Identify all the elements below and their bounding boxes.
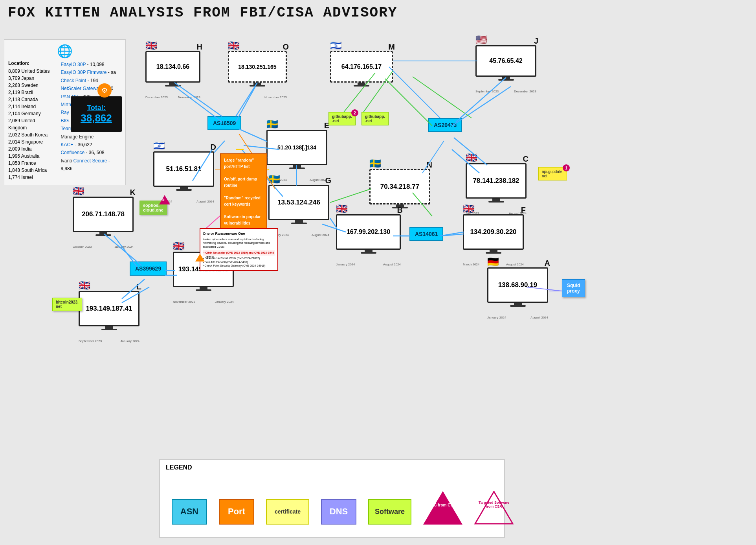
ip-H: 18.134.0.66 [147, 52, 199, 81]
sophos-node: sophos.cloud.one 5 [139, 201, 167, 215]
date-J-left: September 2023 [475, 90, 499, 93]
svg-line-7 [440, 232, 464, 236]
port-action-2: On/off, port dump routine [224, 176, 263, 189]
date-H-left: December 2023 [145, 96, 168, 99]
legend-asn-box: ASN [172, 499, 207, 525]
flag-F: 🇬🇧 [463, 203, 475, 214]
svg-line-38 [104, 234, 141, 265]
flag-B: 🇬🇧 [336, 203, 348, 214]
flag-O: 🇬🇧 [228, 40, 240, 51]
date-G-right: August 2024 [312, 233, 329, 237]
total-value: 38,862 [81, 112, 112, 124]
node-O: 🇬🇧 O 18.130.251.165 November 2023 [228, 51, 287, 87]
netscaler-link[interactable]: NetScaler Gateway [61, 86, 101, 91]
ip-F: 134.209.30.220 [464, 215, 523, 249]
legend-software-box: Software [368, 499, 411, 525]
flag-L: 🇬🇧 [79, 280, 90, 291]
date-L-right: January 2024 [121, 339, 139, 343]
flag-K: 🇬🇧 [73, 186, 84, 197]
asn-399629: AS399629 [130, 261, 167, 276]
github-dns-1: githubapp..net 2 [328, 112, 356, 125]
flag-E: 🇸🇪 [266, 119, 278, 130]
flag-H: 🇬🇧 [145, 40, 157, 51]
api-gupdate: api.gupdate.net 1 [538, 167, 567, 180]
squid-proxy: Squidproxy [562, 279, 585, 297]
legend-port: Port [219, 499, 254, 525]
node-F: 🇬🇧 F 134.209.30.220 March 2024 August 20… [463, 214, 524, 254]
ip-J: 45.76.65.42 [477, 46, 535, 75]
node-E: 🇸🇪 E 51.20.138[.]134 February 2024 Augus… [266, 130, 327, 169]
port-action-3: "Random" recycled cert keywords [224, 195, 263, 208]
port-actions-box: Large "random" port/HTTP list On/off, po… [220, 153, 267, 230]
checkpoint-link[interactable]: Check Point [61, 78, 86, 83]
svg-line-26 [239, 129, 267, 142]
date-E-right: August 2024 [310, 178, 327, 182]
ioc-label: IOC from CSA [427, 503, 459, 508]
letter-M: M [388, 42, 395, 52]
ip-B: 167.99.202.130 [337, 215, 400, 249]
targeted-label: Targeted Software from CSA [478, 501, 510, 509]
flag-J: 🇺🇸 [475, 34, 487, 45]
legend: LEGEND ASN Port certificate DNS Software… [159, 459, 505, 538]
github-text-1: githubapp..net [332, 114, 352, 123]
country-counts: 8,809 United States 3,709 Japan 2,268 Sw… [8, 68, 53, 181]
node-M: 🇮🇱 M 64.176.165.17 [330, 51, 393, 87]
svg-line-24 [236, 83, 257, 116]
flag-G: 🇸🇪 [268, 174, 280, 185]
bitcoin-text: bitcoin2023.net [56, 300, 79, 309]
legend-ioc: IOC from CSA [423, 491, 462, 525]
ip-M: 64.176.165.17 [331, 52, 392, 81]
date-K-left: October 2023 [73, 245, 92, 249]
ip-C: 78.141.238.182 [467, 164, 525, 197]
ip-A: 138.68.90.19 [488, 269, 547, 302]
date-A-right: August 2024 [530, 316, 548, 319]
legend-dns-box: DNS [321, 499, 356, 525]
date-F-right: August 2024 [506, 263, 524, 266]
flag-N: 🇸🇪 [369, 158, 381, 169]
date-B-left: January 2024 [336, 263, 355, 266]
node-D: 🇮🇱 D 51.16.51.81 January 2024 August 202… [153, 151, 214, 191]
letter-G: G [325, 176, 331, 185]
ip-N: 70.34.218.77 [371, 170, 429, 203]
easyio-link[interactable]: EasyIO 30P [61, 62, 86, 67]
node-G: 🇸🇪 G 13.53.124.246 February 2024 August … [268, 185, 329, 224]
letter-H: H [197, 42, 202, 52]
svg-line-23 [174, 83, 222, 116]
legend-asn: ASN [172, 499, 207, 525]
confluence-link[interactable]: Confluence [61, 150, 84, 155]
ip-K: 206.71.148.78 [74, 198, 132, 231]
legend-targeted: Targeted Software from CSA [474, 491, 514, 525]
letter-N: N [427, 160, 432, 169]
kace-link[interactable]: KACE [61, 142, 73, 147]
svg-line-42 [330, 189, 371, 203]
asn-16509: AS16509 [207, 116, 241, 130]
svg-line-33 [456, 77, 506, 122]
asn-20473: AS20473 [428, 118, 462, 132]
connect-secure-link[interactable]: Connect Secure [73, 158, 107, 164]
ip-O: 18.130.251.165 [229, 52, 286, 81]
node-N: 🇸🇪 N 70.34.218.77 [369, 169, 430, 208]
letter-B: B [397, 206, 403, 215]
port-action-1: Large "random" port/HTTP list [224, 157, 263, 170]
bitcoin-node: bitcoin2023.net [52, 298, 82, 311]
flag-A: 🇩🇪 [487, 256, 499, 267]
date-H-right: November 2023 [178, 96, 200, 99]
node-J: 🇺🇸 J 45.76.65.42 September 2023 December… [475, 45, 536, 81]
github-dns-2: githubapp..net [361, 112, 389, 125]
legend-cert-box: certificate [266, 499, 309, 525]
letter-A: A [545, 259, 550, 268]
easyio-firmware-link[interactable]: EasyIO 30P Firmware [61, 70, 106, 75]
date-F-left: March 2024 [463, 263, 479, 266]
node-L: 🇬🇧 L 193.149.187.41 September 2023 Janua… [79, 291, 139, 330]
svg-line-35 [389, 67, 440, 118]
letter-F: F [521, 206, 526, 215]
port-action-4: Software in popular vulnerabilities [224, 214, 263, 226]
flag-C: 🇬🇧 [466, 152, 477, 163]
date-D-right: August 2024 [196, 200, 214, 203]
flag-I: 🇬🇧 [173, 241, 185, 252]
letter-J: J [534, 37, 538, 46]
ip-E: 51.20.138[.]134 [268, 131, 326, 164]
letter-O: O [283, 42, 289, 52]
page-title: FOX KITTEN ANALYSIS FROM FBI/CISA ADVISO… [8, 5, 397, 21]
letter-C: C [523, 155, 528, 164]
